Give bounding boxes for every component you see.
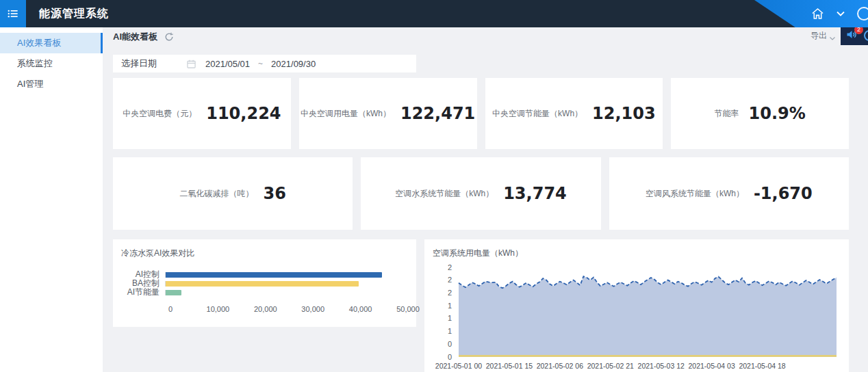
bar-track [165, 290, 408, 295]
kpi-value: 110,224 [206, 104, 281, 123]
area-chart: 222111002021-05-01 002021-05-01 152021-0… [433, 262, 841, 372]
chevron-down-icon[interactable] [837, 11, 845, 16]
bar-axis-tick: 20,000 [254, 305, 277, 313]
kpi-label: 二氧化碳减排（吨） [179, 188, 253, 200]
x-axis-tick: 2021-05-04 03 [688, 362, 735, 370]
sidebar-item-ai-management[interactable]: AI管理 [0, 74, 103, 94]
y-axis-tick: 1 [448, 327, 452, 335]
area-chart-title: 空调系统用电量（kWh） [424, 239, 849, 259]
start-date-value[interactable]: 2021/05/01 [205, 59, 250, 69]
y-axis-tick: 1 [448, 302, 452, 310]
app: 能源管理系统 AI效果看板 系统监控 AI管理 [0, 0, 868, 372]
content-header-right: 导出 2 [810, 27, 868, 45]
page-title: AI能效看板 [113, 31, 157, 43]
x-axis-tick: 2021-05-03 12 [638, 362, 685, 370]
kpi-label: 中央空调节能量（kWh） [492, 108, 583, 120]
kpi-value: -1,670 [754, 184, 813, 203]
kpi-label: 空调水系统节能量（kWh） [395, 188, 494, 200]
date-range-filter: 选择日期 2021/05/01 ~ 2021/09/30 [113, 55, 416, 72]
header-right-panel [754, 0, 868, 27]
bar-track [165, 272, 408, 278]
x-axis-tick: 2021-05-02 21 [587, 362, 634, 370]
kpi-card-water-system-saving: 空调水系统节能量（kWh） 13,774 [361, 157, 600, 230]
kpi-card-air-system-saving: 空调风系统节能量（kWh） -1,670 [609, 157, 849, 230]
kpi-label: 节能率 [714, 108, 739, 120]
export-caret-icon [830, 31, 835, 43]
ac-system-usage-chart-card: 空调系统用电量（kWh） 222111002021-05-01 002021-0… [424, 239, 849, 372]
kpi-value: 122,471 [400, 104, 475, 123]
kpi-label: 中央空调用电量（kWh） [301, 108, 391, 120]
area-fill [459, 276, 837, 357]
charts-row: 冷冻水泵AI效果对比 AI控制BA控制AI节能量 010,00020,00030… [113, 239, 849, 372]
bar [166, 272, 382, 278]
chilled-water-pump-chart-card: 冷冻水泵AI效果对比 AI控制BA控制AI节能量 010,00020,00030… [113, 239, 416, 327]
bar-chart-title: 冷冻水泵AI效果对比 [113, 239, 416, 259]
bar-axis-tick: 0 [168, 305, 173, 313]
notification-secondary-icon[interactable] [864, 30, 868, 41]
bar-axis-tick: 50,000 [396, 305, 420, 313]
kpi-value: 12,103 [592, 104, 656, 123]
end-date-value[interactable]: 2021/09/30 [271, 59, 316, 69]
bar-chart-axis: 010,00020,00030,00040,00050,000 [170, 305, 408, 316]
sidebar-item-ai-dashboard[interactable]: AI效果看板 [0, 33, 103, 53]
bar-track [165, 281, 408, 287]
kpi-card-electricity-usage: 中央空调用电量（kWh） 122,471 [299, 78, 477, 149]
menu-list-icon [6, 7, 20, 21]
speaker-icon[interactable]: 2 [846, 29, 857, 42]
kpi-card-co2-reduction: 二氧化碳减排（吨） 36 [113, 157, 353, 230]
x-axis-tick: 2021-05-04 18 [739, 362, 785, 370]
bar-axis-tick: 10,000 [207, 305, 230, 313]
kpi-row-2: 二氧化碳减排（吨） 36 空调水系统节能量（kWh） 13,774 空调风系统节… [113, 157, 849, 230]
y-axis-tick: 0 [448, 353, 452, 361]
bar-axis-tick: 40,000 [349, 305, 372, 313]
y-axis-tick: 0 [448, 340, 452, 348]
export-button[interactable]: 导出 [810, 30, 827, 42]
date-separator: ~ [258, 59, 263, 68]
kpi-value: 36 [263, 184, 285, 203]
menu-toggle-button[interactable] [0, 0, 26, 27]
bar-axis-tick: 30,000 [301, 305, 324, 313]
y-axis-tick: 2 [448, 289, 452, 297]
sidebar: AI效果看板 系统监控 AI管理 [0, 27, 103, 372]
x-axis-tick: 2021-05-01 15 [486, 362, 533, 370]
date-filter-label: 选择日期 [121, 57, 157, 70]
bar-category-label: AI节能量 [121, 287, 165, 298]
calendar-icon [187, 59, 196, 68]
home-icon[interactable] [811, 8, 824, 20]
notification-box[interactable]: 2 [841, 27, 868, 45]
bar-row: AI节能量 [121, 288, 408, 297]
kpi-card-energy-saved: 中央空调节能量（kWh） 12,103 [485, 78, 663, 149]
bar-chart: AI控制BA控制AI节能量 010,00020,00030,00040,0005… [113, 270, 416, 316]
kpi-row-1: 中央空调电费（元） 110,224 中央空调用电量（kWh） 122,471 中… [113, 78, 849, 149]
main-content: AI能效看板 导出 [103, 27, 868, 372]
y-axis-tick: 2 [448, 263, 452, 271]
x-axis-tick: 2021-05-02 06 [537, 362, 583, 370]
kpi-value: 13,774 [503, 184, 567, 203]
bar [166, 281, 359, 287]
kpi-label: 中央空调电费（元） [123, 108, 196, 120]
sidebar-item-system-monitor[interactable]: 系统监控 [0, 53, 103, 74]
kpi-label: 空调风系统节能量（kWh） [646, 188, 744, 200]
user-circle-icon[interactable] [857, 7, 868, 21]
x-axis-tick: 2021-05-01 00 [435, 362, 482, 370]
kpi-card-electricity-cost: 中央空调电费（元） 110,224 [113, 78, 291, 149]
notification-badge: 2 [854, 27, 863, 34]
y-axis-tick: 1 [448, 314, 452, 322]
content-header: AI能效看板 导出 [113, 27, 849, 46]
kpi-card-saving-rate: 节能率 10.9% [671, 78, 849, 149]
refresh-icon[interactable] [164, 32, 174, 42]
kpi-value: 10.9% [748, 104, 805, 123]
app-header: 能源管理系统 [0, 0, 868, 27]
bar [166, 290, 181, 295]
bar-chart-rows: AI控制BA控制AI节能量 [121, 270, 408, 297]
y-axis-tick: 2 [448, 276, 452, 284]
app-title: 能源管理系统 [39, 0, 109, 27]
